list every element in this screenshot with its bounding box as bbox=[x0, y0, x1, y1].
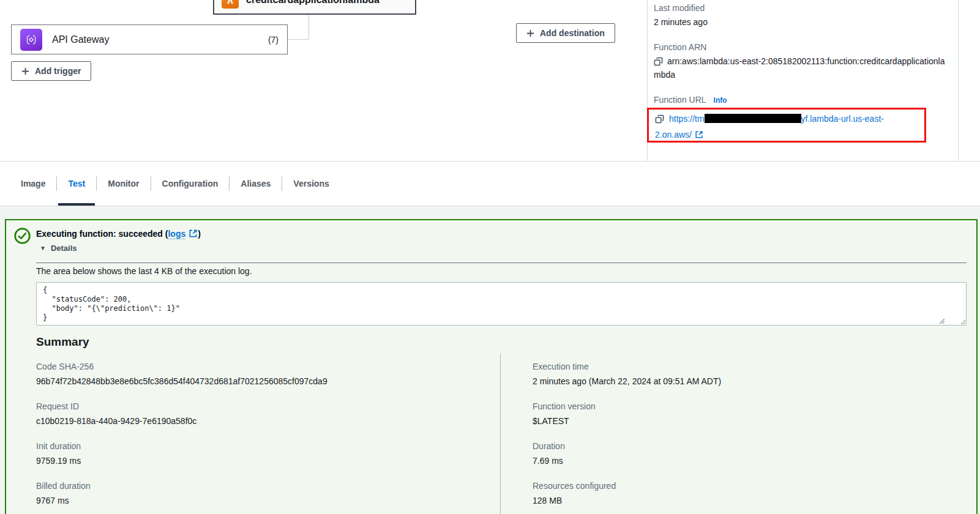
last-modified-label: Last modified bbox=[654, 2, 705, 14]
external-link-icon[interactable] bbox=[189, 229, 198, 238]
caret-down-icon: ▼ bbox=[40, 245, 46, 251]
copy-icon[interactable] bbox=[654, 57, 663, 66]
plus-icon bbox=[526, 29, 534, 37]
summary-pair-function-version: Function version $LATEST bbox=[533, 400, 961, 427]
status-text: Executing function: succeeded ( bbox=[36, 229, 168, 239]
add-trigger-button[interactable]: Add trigger bbox=[11, 61, 91, 81]
tab-test[interactable]: Test bbox=[57, 162, 96, 206]
execution-result-banner: Executing function: succeeded (logs ) ▼ … bbox=[5, 219, 978, 514]
function-arn-value: arn:aws:lambda:us-east-2:085182002113:fu… bbox=[654, 56, 944, 80]
summary-pair-resources: Resources configured 128 MB bbox=[533, 480, 961, 507]
lambda-function-node[interactable]: λ creditcardapplicationlambda bbox=[213, 0, 416, 15]
tab-versions[interactable]: Versions bbox=[282, 162, 340, 206]
api-gateway-node-label: API Gateway bbox=[52, 34, 109, 45]
resources-configured-label: Resources configured bbox=[533, 480, 961, 492]
duration-label: Duration bbox=[533, 440, 961, 452]
request-id-label: Request ID bbox=[36, 400, 477, 412]
summary-pair-request-id: Request ID c10b0219-818a-440a-9429-7e619… bbox=[36, 400, 477, 427]
details-expander[interactable]: ▼ Details bbox=[40, 244, 77, 253]
function-version-value: $LATEST bbox=[533, 415, 961, 427]
add-destination-label: Add destination bbox=[540, 28, 605, 38]
summary-left-column: Code SHA-256 96b74f72b42848bb3e8e6bc5fc3… bbox=[36, 360, 477, 514]
code-sha-value: 96b74f72b42848bb3e8e6bc5fc386d54f404732d… bbox=[36, 375, 477, 387]
resize-handle-icon[interactable] bbox=[939, 318, 945, 324]
api-gateway-icon bbox=[20, 29, 42, 51]
tab-monitor[interactable]: Monitor bbox=[97, 162, 150, 206]
details-label: Details bbox=[51, 244, 77, 253]
lambda-icon: λ bbox=[222, 0, 239, 9]
api-gateway-trigger-node[interactable]: API Gateway (7) bbox=[11, 24, 288, 54]
function-url-link[interactable]: https://tmyf.lambda-url.us-east-2.on.aws… bbox=[655, 114, 918, 143]
billed-duration-label: Billed duration bbox=[36, 480, 477, 492]
execution-time-value: 2 minutes ago (March 22, 2024 at 09:51 A… bbox=[533, 375, 961, 387]
function-tab-strip: Image Test Monitor Configuration Aliases… bbox=[0, 162, 980, 206]
info-link[interactable]: Info bbox=[714, 96, 727, 105]
init-duration-label: Init duration bbox=[36, 440, 477, 452]
execution-status-title: Executing function: succeeded (logs ) bbox=[36, 228, 201, 240]
execution-log-textarea[interactable]: { "statusCode": 200, "body": "{\"predict… bbox=[36, 282, 967, 326]
init-duration-value: 9759.19 ms bbox=[36, 455, 477, 467]
tab-configuration[interactable]: Configuration bbox=[151, 162, 230, 206]
summary-pair-code-sha: Code SHA-256 96b74f72b42848bb3e8e6bc5fc3… bbox=[36, 360, 477, 387]
add-destination-button[interactable]: Add destination bbox=[516, 23, 615, 43]
summary-pair-duration: Duration 7.69 ms bbox=[533, 440, 961, 467]
function-arn-row: arn:aws:lambda:us-east-2:085182002113:fu… bbox=[654, 54, 949, 81]
plus-icon bbox=[21, 67, 29, 75]
card-right-border bbox=[958, 0, 959, 162]
function-url-label: Function URL bbox=[654, 94, 706, 106]
tab-image[interactable]: Image bbox=[10, 162, 56, 206]
summary-column-divider bbox=[500, 354, 501, 514]
summary-pair-init-duration: Init duration 9759.19 ms bbox=[36, 440, 477, 467]
external-link-icon[interactable] bbox=[695, 130, 703, 139]
node-connector-vertical bbox=[309, 15, 309, 39]
function-arn-label: Function ARN bbox=[654, 41, 706, 53]
code-sha-label: Code SHA-256 bbox=[36, 360, 477, 373]
request-id-value: c10b0219-818a-440a-9429-7e6190a58f0c bbox=[36, 415, 477, 427]
summary-pair-execution-time: Execution time 2 minutes ago (March 22, … bbox=[533, 360, 961, 387]
details-divider bbox=[36, 263, 967, 263]
execution-log-note: The area below shows the last 4 KB of th… bbox=[36, 265, 252, 277]
last-modified-value: 2 minutes ago bbox=[654, 16, 708, 28]
function-url-line2: 2.on.aws/ bbox=[655, 130, 692, 140]
tab-aliases[interactable]: Aliases bbox=[230, 162, 282, 206]
summary-pair-billed-duration: Billed duration 9767 ms bbox=[36, 480, 477, 507]
lambda-node-label: creditcardapplicationlambda bbox=[246, 0, 380, 6]
billed-duration-value: 9767 ms bbox=[36, 494, 477, 507]
function-url-prefix: https://tm bbox=[669, 114, 705, 124]
node-connector-horizontal bbox=[288, 39, 309, 40]
api-gateway-trigger-count: (7) bbox=[268, 35, 279, 45]
function-overview-card: λ creditcardapplicationlambda API Gatewa… bbox=[0, 0, 980, 162]
function-version-label: Function version bbox=[533, 400, 961, 412]
copy-icon[interactable] bbox=[655, 114, 664, 124]
add-trigger-label: Add trigger bbox=[35, 66, 81, 76]
redaction-bar bbox=[705, 114, 801, 123]
function-url-highlight-box: https://tmyf.lambda-url.us-east-2.on.aws… bbox=[647, 108, 926, 143]
duration-value: 7.69 ms bbox=[533, 455, 961, 467]
success-check-icon bbox=[13, 227, 31, 245]
status-text-close: ) bbox=[198, 229, 201, 239]
logs-link[interactable]: logs bbox=[168, 229, 185, 239]
execution-time-label: Execution time bbox=[533, 360, 961, 373]
summary-heading: Summary bbox=[36, 335, 89, 349]
function-url-after-redaction: yf.lambda-url.us-east- bbox=[801, 114, 884, 124]
resources-configured-value: 128 MB bbox=[533, 494, 961, 507]
summary-right-column: Execution time 2 minutes ago (March 22, … bbox=[533, 360, 961, 514]
